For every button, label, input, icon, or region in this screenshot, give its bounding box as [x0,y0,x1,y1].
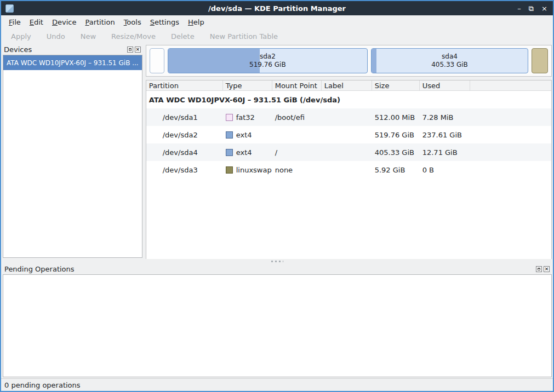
titlebar: /dev/sda — KDE Partition Manager – ⧉ × [1,1,553,15]
menu-item-file[interactable]: File [4,16,25,28]
column-header-type[interactable]: Type [223,80,272,90]
mount-point: none [272,166,322,174]
partition-block-name: sda4 [442,53,458,61]
pending-float-button[interactable] [536,266,542,272]
partition-used: 7.28 MiB [420,113,470,122]
partition-used: 12.71 GiB [420,148,470,157]
partition-used: 0 B [420,166,470,174]
toolbar: Apply Undo New Resize/Move Delete New Pa… [1,29,553,44]
new-partition-table-button[interactable]: New Partition Table [204,31,283,42]
pending-panel-title: Pending Operations [4,265,534,273]
menu-item-edit[interactable]: Edit [25,16,48,28]
fstype-color-swatch [226,114,233,121]
partition-bar: sda2 519.76 GiB sda4 405.33 GiB [146,45,552,77]
menu-item-settings[interactable]: Settings [146,16,184,28]
devices-panel-title: Devices [4,45,125,54]
minimize-button[interactable]: – [517,5,521,12]
close-button[interactable]: × [541,5,547,12]
fstype-color-swatch [226,149,233,156]
table-row[interactable]: /dev/sda4 ext4 / 405.33 GiB 12.71 GiB [146,143,551,161]
menu-item-help[interactable]: Help [184,16,209,28]
partition-used: 237.61 GiB [420,131,470,139]
menu-item-tools[interactable]: Tools [119,16,146,28]
partition-size: 512.00 MiB [372,113,420,122]
partition-block-size: 519.76 GiB [249,61,286,69]
partition-name: /dev/sda2 [146,131,223,139]
partition-type-cell: ext4 [223,131,272,139]
menu-item-partition[interactable]: Partition [81,16,119,28]
horizontal-splitter[interactable] [1,259,553,263]
close-icon: × [135,47,140,52]
partition-block-sda2[interactable]: sda2 519.76 GiB [168,48,368,73]
column-header-mount-point[interactable]: Mount Point [272,80,322,90]
window-title: /dev/sda — KDE Partition Manager [1,4,553,13]
column-header-used[interactable]: Used [420,80,470,90]
menu-item-device[interactable]: Device [48,16,81,28]
partition-block-sda1[interactable] [150,48,164,73]
statusbar: 0 pending operations [1,378,553,391]
float-icon [538,268,540,270]
main-area: Devices × ATA WDC WD10JPVX-60J – 931.51 … [1,44,553,259]
restore-button[interactable]: ⧉ [529,5,534,12]
partition-type-cell: fat32 [223,113,272,122]
partition-block-size: 405.33 GiB [431,61,468,69]
fstype-color-swatch [226,131,233,139]
float-icon [129,48,132,51]
device-list-item-selected[interactable]: ATA WDC WD10JPVX-60J – 931.51 GiB ... [3,55,142,70]
devices-list: ATA WDC WD10JPVX-60J – 931.51 GiB ... [3,55,142,258]
partition-size: 519.76 GiB [372,131,420,139]
pending-panel-header: Pending Operations × [1,263,553,274]
partition-block-name: sda2 [260,53,276,61]
column-header-filler [470,80,551,90]
fstype-color-swatch [226,166,233,174]
table-row[interactable]: /dev/sda2 ext4 519.76 GiB 237.61 GiB [146,126,551,143]
pending-operations-panel: Pending Operations × [1,263,553,378]
pending-operations-count: 0 pending operations [4,381,81,389]
devices-panel: Devices × ATA WDC WD10JPVX-60J – 931.51 … [1,44,144,259]
pending-operations-list [3,274,552,377]
resize-move-button[interactable]: Resize/Move [106,31,161,42]
table-row[interactable]: /dev/sda1 fat32 /boot/efi 512.00 MiB 7.2… [146,108,551,126]
mount-point: /boot/efi [272,113,322,122]
partition-size: 5.92 GiB [372,166,420,174]
menubar: File Edit Device Partition Tools Setting… [1,15,553,29]
new-button[interactable]: New [75,31,101,42]
table-header: Partition Type Mount Point Label Size Us… [146,80,551,91]
partition-type-cell: linuxswap [223,166,272,174]
devices-float-button[interactable] [127,47,133,53]
device-group-row[interactable]: ATA WDC WD10JPVX-60J – 931.51 GiB (/dev/… [146,91,551,108]
device-content: sda2 519.76 GiB sda4 405.33 GiB Partitio… [144,44,553,259]
column-header-partition[interactable]: Partition [146,80,223,90]
column-header-size[interactable]: Size [372,80,420,90]
partition-type-cell: ext4 [223,148,272,157]
partition-type-label: ext4 [236,131,252,139]
partition-type-label: fat32 [236,113,255,122]
pending-close-button[interactable]: × [544,266,550,272]
partition-block-sda4[interactable]: sda4 405.33 GiB [371,48,528,73]
devices-panel-header: Devices × [1,44,144,55]
partition-name: /dev/sda4 [146,148,223,157]
partition-type-label: ext4 [236,148,252,157]
partition-block-label: sda4 405.33 GiB [372,49,528,73]
partition-name: /dev/sda3 [146,166,223,174]
close-icon: × [545,267,549,272]
window-controls: – ⧉ × [517,5,547,12]
mount-point: / [272,148,322,157]
app-icon [5,4,14,13]
partition-block-label: sda2 519.76 GiB [168,49,367,73]
apply-button[interactable]: Apply [5,31,37,42]
partition-block-sda3[interactable] [532,48,548,73]
app-window: /dev/sda — KDE Partition Manager – ⧉ × F… [0,0,554,392]
splitter-handle-icon [271,261,283,262]
partition-table: Partition Type Mount Point Label Size Us… [146,80,552,259]
delete-button[interactable]: Delete [165,31,200,42]
table-row[interactable]: /dev/sda3 linuxswap none 5.92 GiB 0 B [146,161,551,178]
partition-type-label: linuxswap [236,166,272,174]
undo-button[interactable]: Undo [41,31,71,42]
column-header-label[interactable]: Label [322,80,372,90]
partition-size: 405.33 GiB [372,148,420,157]
devices-close-button[interactable]: × [135,47,141,53]
partition-name: /dev/sda1 [146,113,223,122]
